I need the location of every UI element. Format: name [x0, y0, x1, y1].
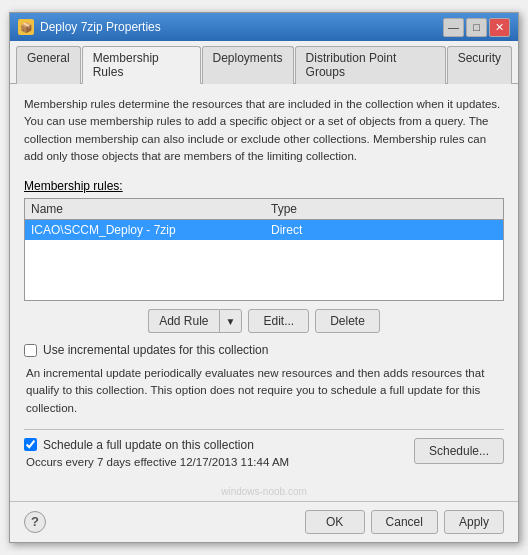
cell-name: ICAO\SCCM_Deploy - 7zip [31, 223, 271, 237]
tab-bar: General Membership Rules Deployments Dis… [10, 41, 518, 84]
full-update-checkbox-row: Schedule a full update on this collectio… [24, 438, 404, 452]
full-update-label: Schedule a full update on this collectio… [43, 438, 254, 452]
tab-distribution-point-groups[interactable]: Distribution Point Groups [295, 46, 446, 84]
table-header: Name Type [25, 199, 503, 220]
window-icon: 📦 [18, 19, 34, 35]
table-row[interactable]: ICAO\SCCM_Deploy - 7zip Direct [25, 220, 503, 240]
tab-membership-rules[interactable]: Membership Rules [82, 46, 201, 84]
schedule-row: Schedule a full update on this collectio… [24, 438, 504, 468]
ok-button[interactable]: OK [305, 510, 365, 534]
column-type: Type [271, 202, 497, 216]
tab-security[interactable]: Security [447, 46, 512, 84]
minimize-button[interactable]: — [443, 18, 464, 37]
apply-button[interactable]: Apply [444, 510, 504, 534]
action-buttons: Add Rule ▼ Edit... Delete [24, 309, 504, 333]
footer: ? OK Cancel Apply [10, 501, 518, 542]
column-name: Name [31, 202, 271, 216]
incremental-update-checkbox[interactable] [24, 344, 37, 357]
cell-type: Direct [271, 223, 497, 237]
tab-deployments[interactable]: Deployments [202, 46, 294, 84]
full-update-checkbox[interactable] [24, 438, 37, 451]
membership-rules-label: Membership rules: [24, 179, 504, 193]
table-body: ICAO\SCCM_Deploy - 7zip Direct [25, 220, 503, 300]
title-bar: 📦 Deploy 7zip Properties — □ ✕ [10, 13, 518, 41]
add-rule-arrow-button[interactable]: ▼ [219, 309, 243, 333]
title-controls: — □ ✕ [443, 18, 510, 37]
schedule-button[interactable]: Schedule... [414, 438, 504, 464]
tab-content: Membership rules determine the resources… [10, 84, 518, 484]
membership-table: Name Type ICAO\SCCM_Deploy - 7zip Direct [24, 198, 504, 301]
schedule-text: Occurs every 7 days effective 12/17/2013… [24, 456, 404, 468]
add-rule-button[interactable]: Add Rule [148, 309, 218, 333]
title-bar-left: 📦 Deploy 7zip Properties [18, 19, 161, 35]
description-text: Membership rules determine the resources… [24, 96, 504, 165]
divider [24, 429, 504, 430]
edit-button[interactable]: Edit... [248, 309, 309, 333]
help-button[interactable]: ? [24, 511, 46, 533]
main-window: 📦 Deploy 7zip Properties — □ ✕ General M… [9, 12, 519, 543]
footer-buttons: OK Cancel Apply [305, 510, 504, 534]
tab-general[interactable]: General [16, 46, 81, 84]
incremental-update-row: Use incremental updates for this collect… [24, 343, 504, 357]
maximize-button[interactable]: □ [466, 18, 487, 37]
incremental-update-label: Use incremental updates for this collect… [43, 343, 268, 357]
add-rule-split-button: Add Rule ▼ [148, 309, 242, 333]
watermark: windows-noob.com [10, 484, 518, 501]
incremental-update-note: An incremental update periodically evalu… [24, 365, 504, 417]
schedule-left: Schedule a full update on this collectio… [24, 438, 404, 468]
cancel-button[interactable]: Cancel [371, 510, 438, 534]
close-button[interactable]: ✕ [489, 18, 510, 37]
window-title: Deploy 7zip Properties [40, 20, 161, 34]
delete-button[interactable]: Delete [315, 309, 380, 333]
